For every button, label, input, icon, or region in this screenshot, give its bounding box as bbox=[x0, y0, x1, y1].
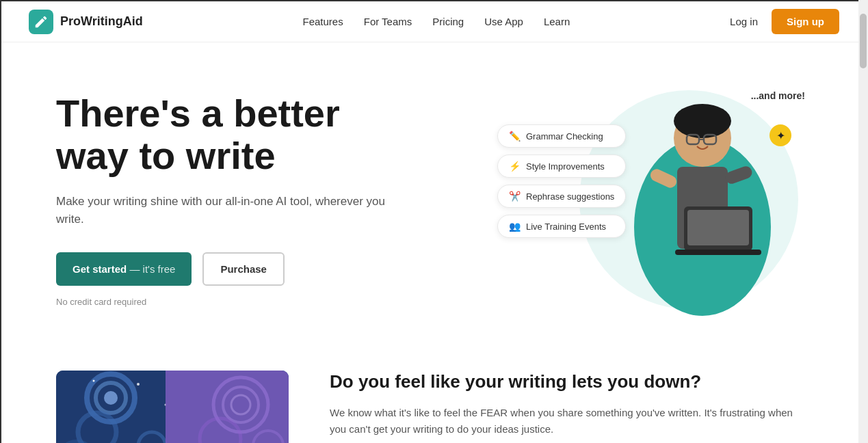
hero-buttons: Get started — it's free Purchase bbox=[56, 252, 398, 286]
second-title: Do you feel like your writing lets you d… bbox=[330, 371, 812, 394]
nav-features[interactable]: Features bbox=[303, 16, 343, 27]
nav-pricing[interactable]: Pricing bbox=[432, 16, 464, 27]
logo-icon bbox=[29, 10, 53, 34]
navbar-nav: Features For Teams Pricing Use App Learn bbox=[303, 16, 570, 27]
free-label: — it's free bbox=[129, 263, 175, 275]
svg-point-2 bbox=[674, 104, 731, 138]
nav-use-app[interactable]: Use App bbox=[484, 16, 523, 27]
page-scrollbar[interactable] bbox=[858, 0, 868, 443]
second-section: My idea in my head Do you feel like your… bbox=[1, 343, 867, 443]
hero-section: There's a better way to write Make your … bbox=[1, 42, 867, 343]
pill-style: ⚡ Style Improvements bbox=[497, 155, 626, 178]
svg-rect-9 bbox=[675, 250, 761, 255]
pill-rephrase: ✂️ Rephrase suggestions bbox=[497, 185, 626, 208]
second-image: My idea in my head bbox=[56, 371, 289, 443]
browser-frame: ProWritingAid Features For Teams Pricing… bbox=[0, 0, 868, 443]
hero-left: There's a better way to write Make your … bbox=[56, 92, 398, 307]
hero-title: There's a better way to write bbox=[56, 92, 398, 176]
pill-grammar: ✏️ Grammar Checking bbox=[497, 124, 626, 148]
get-started-button[interactable]: Get started — it's free bbox=[56, 252, 192, 286]
hero-person-svg bbox=[631, 90, 774, 316]
scrollbar-thumb bbox=[860, 14, 867, 68]
nav-teams[interactable]: For Teams bbox=[364, 16, 412, 27]
navbar: ProWritingAid Features For Teams Pricing… bbox=[1, 1, 867, 42]
style-icon: ⚡ bbox=[509, 161, 521, 172]
training-icon: 👥 bbox=[509, 221, 521, 232]
svg-point-15 bbox=[104, 391, 118, 405]
navbar-actions: Log in Sign up bbox=[730, 9, 839, 34]
login-link[interactable]: Log in bbox=[730, 16, 758, 27]
second-description: We know what it's like to feel the FEAR … bbox=[330, 405, 812, 438]
starry-night-svg bbox=[56, 371, 289, 443]
grammar-icon: ✏️ bbox=[509, 131, 521, 142]
rephrase-icon: ✂️ bbox=[509, 191, 521, 202]
second-text: Do you feel like your writing lets you d… bbox=[330, 371, 812, 438]
no-credit-label: No credit card required bbox=[56, 297, 398, 307]
logo-svg bbox=[34, 14, 49, 29]
hero-subtitle: Make your writing shine with our all-in-… bbox=[56, 193, 398, 228]
svg-point-20 bbox=[93, 380, 95, 382]
navbar-brand: ProWritingAid bbox=[29, 10, 143, 34]
svg-point-19 bbox=[137, 383, 140, 386]
signup-button[interactable]: Sign up bbox=[772, 9, 839, 34]
pill-training: 👥 Live Training Events bbox=[497, 215, 626, 238]
purchase-button[interactable]: Purchase bbox=[202, 252, 285, 286]
svg-rect-8 bbox=[687, 210, 749, 245]
feature-pills: ✏️ Grammar Checking ⚡ Style Improvements… bbox=[497, 124, 626, 238]
brand-name: ProWritingAid bbox=[60, 14, 143, 29]
hero-illustration: ✏️ Grammar Checking ⚡ Style Improvements… bbox=[497, 83, 812, 316]
nav-learn[interactable]: Learn bbox=[544, 16, 570, 27]
